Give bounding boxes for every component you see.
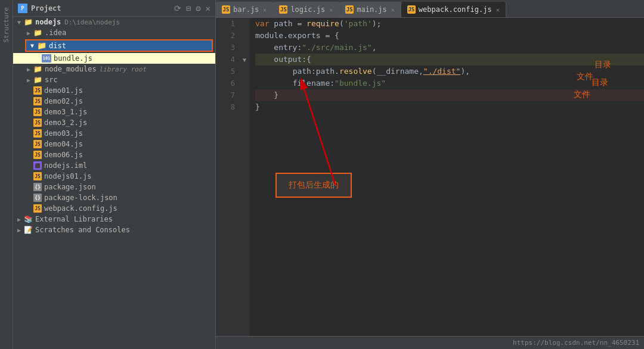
code-line-2: module . exports = { [255, 30, 644, 42]
chevron-right-icon: ▶ [16, 227, 23, 233]
tree-item-src[interactable]: ▶ 📁 src [13, 74, 215, 85]
tab-label-main: main.js [357, 5, 387, 14]
library-root-badge: library root [99, 66, 146, 73]
tree-item-idea[interactable]: ▶ 📁 .idea [13, 27, 215, 38]
folder-icon: 📁 [33, 65, 42, 73]
tab-bar-js[interactable]: JS bar.js ✕ [216, 2, 273, 17]
tree-item-webpack-config[interactable]: ▶ JS webpack.config.js [13, 203, 215, 214]
gutter-cell [240, 89, 249, 101]
tab-webpack-config[interactable]: JS webpack.config.js ✕ [401, 2, 506, 17]
js-file-icon: JS [407, 5, 416, 14]
tree-label-scratches: Scratches and Consoles [35, 226, 130, 234]
tree-label-package-lock: package-lock.json [44, 194, 117, 202]
tab-label-webpack: webpack.config.js [419, 5, 492, 14]
sidebar-header: P Project ⟳ ⊟ ⚙ ✕ [13, 0, 215, 17]
tab-logic-js[interactable]: JS logic.js ✕ [273, 2, 339, 17]
indent-4 [255, 54, 274, 66]
line-num-6: 6 [216, 77, 235, 89]
code-line-1: var path = require ( 'path' ); [255, 18, 644, 30]
tree-item-scratches[interactable]: ▶ 📝 Scratches and Consoles [13, 225, 215, 235]
tree-item-demo02[interactable]: ▶ JS demo02.js [13, 96, 215, 107]
fold-icon[interactable]: ▼ [240, 54, 249, 66]
tree-label-demo3-1: demo3_1.js [44, 108, 87, 116]
punct-brace-close: } [274, 89, 278, 101]
punct-comma2: , [419, 66, 423, 77]
tree-item-nodejs[interactable]: ▼ 📁 nodejs D:\idea\nodejs [13, 17, 215, 27]
tree-item-demo06[interactable]: ▶ JS demo06.js [13, 149, 215, 160]
close-icon[interactable]: ✕ [206, 4, 210, 13]
code-line-3: entry: "./src/main.js" , [255, 42, 644, 54]
tree-item-package-json[interactable]: ▶ {} package.json [13, 182, 215, 192]
tab-close-webpack[interactable]: ✕ [496, 7, 500, 13]
gutter-cell [240, 77, 249, 89]
punct-eq2: = { [325, 30, 339, 42]
tab-label-bar: bar.js [233, 5, 259, 14]
tree-label-dist: dist [49, 42, 66, 50]
tree-item-demo04[interactable]: ▶ JS demo04.js [13, 139, 215, 149]
line-num-1: 1 [216, 18, 235, 30]
library-icon: 📚 [24, 215, 33, 223]
code-line-6: filename: "bundle.js" [255, 77, 644, 89]
file-101-icon: 101 [42, 54, 51, 63]
tab-close-main[interactable]: ✕ [391, 7, 395, 13]
tree-label-nodejs01: nodejs01.js [44, 172, 91, 180]
chevron-down-icon: ▼ [29, 42, 36, 49]
js-file-icon: JS [279, 5, 287, 14]
tree-label-demo03: demo03.js [44, 129, 83, 138]
line-num-3: 3 [216, 42, 235, 54]
chevron-down-icon: ▼ [16, 19, 23, 26]
code-line-4: output: { [255, 54, 644, 66]
indent-5 [255, 66, 293, 77]
keyword-var: var [255, 18, 274, 30]
sync-icon[interactable]: ⟳ [174, 4, 181, 13]
tree-item-demo03[interactable]: ▶ JS demo03.js [13, 128, 215, 139]
tree-item-demo01[interactable]: ▶ JS demo01.js [13, 85, 215, 96]
func-resolve: resolve [339, 66, 372, 77]
tab-close-logic[interactable]: ✕ [329, 7, 333, 13]
punct-paren2: ( [372, 66, 377, 77]
chevron-right-icon: ▶ [16, 216, 23, 223]
gutter: ▼ [240, 18, 249, 349]
js-icon: JS [33, 172, 42, 180]
watermark-text: https://blog.csdn.net/nn_4650231 [513, 339, 639, 347]
tree-label-node-modules: node_modules [45, 65, 97, 73]
var-path: path [274, 18, 297, 30]
json-icon: {} [33, 194, 42, 202]
collapse-icon[interactable]: ⊟ [186, 4, 191, 13]
var-module: module [255, 30, 283, 42]
tree-label-nodejs-iml: nodejs.iml [44, 161, 87, 170]
tree-item-ext-libs[interactable]: ▶ 📚 External Libraries [13, 214, 215, 225]
sidebar-toolbar: ⟳ ⊟ ⚙ ✕ [174, 4, 210, 13]
tree-label-nodejs: nodejs [35, 18, 61, 26]
project-icon: P [18, 4, 27, 13]
folder-icon: 📁 [24, 18, 33, 26]
code-lines: var path = require ( 'path' ); module . … [249, 18, 644, 349]
settings-icon[interactable]: ⚙ [196, 4, 200, 13]
js-file-icon: JS [345, 5, 354, 14]
tree-sublabel-nodejs: D:\idea\nodejs [64, 18, 120, 26]
prop-entry: entry: [274, 42, 302, 54]
tree-item-dist[interactable]: ▼ 📁 dist [25, 39, 213, 52]
tree-item-nodejs01[interactable]: ▶ JS nodejs01.js [13, 171, 215, 182]
tree-item-demo3-2[interactable]: ▶ JS demo3_2.js [13, 117, 215, 128]
structure-tab[interactable]: Structure [1, 2, 12, 48]
punct-dot2: . [335, 66, 339, 77]
tab-close-bar[interactable]: ✕ [263, 7, 267, 13]
tree-item-package-lock[interactable]: ▶ {} package-lock.json [13, 192, 215, 203]
tree-item-node-modules[interactable]: ▶ 📁 node_modules library root [13, 64, 215, 74]
tree-item-demo3-1[interactable]: ▶ JS demo3_1.js [13, 107, 215, 117]
js-icon: JS [33, 151, 42, 159]
tree-item-bundle[interactable]: 101 bundle.js [13, 53, 215, 64]
file-tree: ▼ 📁 nodejs D:\idea\nodejs ▶ 📁 .idea ▼ 📁 … [13, 17, 215, 349]
tab-main-js[interactable]: JS main.js ✕ [339, 2, 401, 17]
gutter-cell [240, 18, 249, 30]
tree-label-demo02: demo02.js [44, 97, 83, 105]
folder-icon: 📁 [33, 76, 42, 84]
gutter-cell [240, 42, 249, 54]
tree-item-nodejs-iml[interactable]: ▶ ⬛ nodejs.iml [13, 160, 215, 171]
js-file-icon: JS [222, 5, 230, 14]
str-entry-val: "./src/main.js" [302, 42, 371, 54]
sidebar-title: Project [31, 4, 61, 13]
prop-path: path: [293, 66, 316, 77]
func-require: require [306, 18, 339, 30]
